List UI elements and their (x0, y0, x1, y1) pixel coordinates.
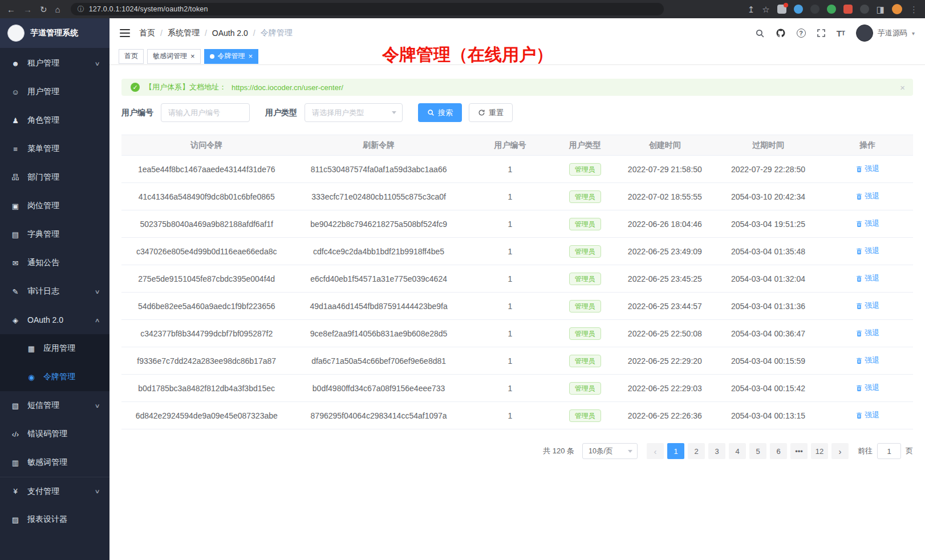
more-pages-button[interactable]: ••• (790, 443, 808, 459)
user-id-input[interactable] (161, 103, 250, 122)
access-token-cell: f9336e7c7dd242a283ee98dc86b17a87 (121, 347, 291, 375)
tab-sensitive[interactable]: 敏感词管理 × (147, 49, 201, 64)
sidebar-item-sensitive[interactable]: ▥ 敏感词管理 (0, 448, 109, 477)
bookmark-star-icon[interactable]: ☆ (762, 5, 769, 14)
split-view-icon[interactable]: ◨ (877, 5, 885, 14)
forward-icon[interactable]: → (23, 5, 32, 14)
page-button-1[interactable]: 1 (667, 443, 684, 459)
delete-icon (855, 193, 863, 200)
share-icon[interactable]: ↥ (748, 5, 755, 14)
reset-button[interactable]: 重置 (469, 103, 513, 122)
reload-icon[interactable]: ↻ (40, 5, 47, 14)
force-logout-button[interactable]: 强退 (855, 383, 879, 393)
force-logout-button[interactable]: 强退 (855, 301, 879, 311)
page-button-6[interactable]: 6 (770, 443, 787, 459)
force-logout-button[interactable]: 强退 (855, 273, 879, 283)
access-token-cell: 1ea5e44f8bc1467aaede43144f31de76 (121, 156, 291, 183)
sidebar-item-post[interactable]: ▣ 岗位管理 (0, 192, 109, 220)
search-icon[interactable] (755, 29, 765, 38)
sidebar-item-errorcode[interactable]: ‹/› 错误码管理 (0, 420, 109, 448)
page-button-4[interactable]: 4 (729, 443, 746, 459)
sidebar-item-dept[interactable]: 品 部门管理 (0, 163, 109, 192)
page-button-5[interactable]: 5 (749, 443, 766, 459)
sidebar-item-menu[interactable]: ≡ 菜单管理 (0, 135, 109, 163)
sidebar-item-pay[interactable]: ¥ 支付管理 ∨ (0, 477, 109, 505)
app-logo[interactable]: 芋道管理系统 (0, 18, 109, 48)
help-icon[interactable]: ? (797, 29, 806, 38)
column-header: 刷新令牌 (291, 135, 465, 156)
prev-page-button[interactable]: ‹ (647, 443, 664, 459)
sidebar-subitem-token[interactable]: ◉ 令牌管理 (0, 363, 109, 391)
close-icon[interactable]: × (249, 52, 253, 60)
expire-time-cell: 2054-03-04 01:35:48 (715, 238, 822, 265)
extension-icon[interactable] (810, 5, 819, 14)
extension-icon[interactable] (827, 5, 836, 14)
search-button[interactable]: 搜索 (418, 103, 462, 122)
page-size-select[interactable]: 10条/页 (582, 443, 638, 459)
column-header: 访问令牌 (121, 135, 291, 156)
doc-link[interactable]: https://doc.iocoder.cn/user-center/ (232, 83, 343, 92)
create-time-cell: 2022-06-25 22:26:36 (615, 402, 715, 429)
github-icon[interactable] (776, 28, 786, 38)
sidebar-item-role[interactable]: ♟ 角色管理 (0, 106, 109, 135)
sidebar-item-user[interactable]: ☺ 用户管理 (0, 78, 109, 106)
delete-icon (855, 275, 863, 282)
access-token-cell: b0d1785bc3a8482f812db4a3f3bd15ec (121, 375, 291, 402)
extension-puzzle-icon[interactable] (843, 5, 853, 14)
page-button-12[interactable]: 12 (811, 443, 828, 459)
sidebar-item-tenant[interactable]: ☻ 租户管理 ∨ (0, 49, 109, 78)
sidebar-item-oauth[interactable]: ◈ OAuth 2.0 ∧ (0, 306, 109, 334)
user-id-label: 用户编号 (121, 108, 153, 118)
refresh-token-cell: e6cfd40eb1f54571a31e775e039c4624 (291, 265, 465, 293)
breadcrumb-item[interactable]: 系统管理 (168, 28, 200, 38)
sidebar-item-audit[interactable]: ✎ 审计日志 ∨ (0, 277, 109, 306)
user-id-cell: 1 (466, 347, 554, 375)
page-button-2[interactable]: 2 (688, 443, 705, 459)
browser-profile-avatar[interactable] (892, 4, 902, 14)
close-icon[interactable]: × (900, 83, 905, 92)
site-info-icon[interactable]: ⓘ (78, 5, 84, 14)
back-icon[interactable]: ← (7, 5, 15, 14)
extension-icon[interactable] (794, 5, 803, 14)
tab-home[interactable]: 首页 (119, 49, 144, 64)
force-logout-button[interactable]: 强退 (855, 164, 879, 174)
sidebar-item-report[interactable]: ▨ 报表设计器 (0, 505, 109, 534)
create-time-cell: 2022-07-29 21:58:50 (615, 156, 715, 183)
delete-icon (855, 220, 863, 228)
user-menu[interactable]: 芋道源码 ▾ (856, 25, 915, 42)
font-size-icon[interactable]: TT (837, 29, 845, 38)
home-icon[interactable]: ⌂ (55, 5, 60, 14)
extension-grid-icon[interactable] (777, 5, 786, 14)
force-logout-button[interactable]: 强退 (855, 191, 879, 201)
fullscreen-icon[interactable] (817, 29, 826, 38)
sidebar-item-dict[interactable]: ▤ 字典管理 (0, 220, 109, 249)
sidebar-collapse-icon[interactable] (120, 29, 130, 38)
delete-icon (855, 357, 863, 364)
force-logout-button[interactable]: 强退 (855, 246, 879, 256)
sidebar-item-sms[interactable]: ▧ 短信管理 ∨ (0, 391, 109, 420)
goto-page-input[interactable] (877, 443, 901, 459)
error-code-icon: ‹/› (10, 430, 21, 439)
access-token-cell: 6d842e2924594de9a09e45e087323abe (121, 402, 291, 429)
search-form: 用户编号 用户类型 请选择用户类型 搜索 重置 (121, 103, 913, 122)
breadcrumb-item[interactable]: OAuth 2.0 (212, 29, 248, 38)
force-logout-button[interactable]: 强退 (855, 328, 879, 338)
user-type-select[interactable]: 请选择用户类型 (305, 103, 403, 122)
page-button-3[interactable]: 3 (708, 443, 725, 459)
overflow-menu-icon[interactable]: ⋮ (910, 5, 918, 14)
next-page-button[interactable]: › (831, 443, 849, 459)
tab-token[interactable]: 令牌管理 × (204, 49, 259, 64)
expire-time-cell: 2054-03-04 01:31:36 (715, 293, 822, 320)
force-logout-button[interactable]: 强退 (855, 410, 879, 420)
breadcrumb-item[interactable]: 首页 (139, 28, 155, 38)
force-logout-button[interactable]: 强退 (855, 355, 879, 366)
force-logout-button[interactable]: 强退 (855, 218, 879, 229)
sidebar-item-notice[interactable]: ✉ 通知公告 (0, 249, 109, 277)
close-icon[interactable]: × (190, 52, 195, 60)
oauth-icon: ◈ (10, 316, 21, 324)
sidebar-subitem-app[interactable]: ▦ 应用管理 (0, 334, 109, 363)
chevron-down-icon: ∨ (94, 289, 100, 295)
extension-icon[interactable] (860, 5, 869, 14)
expire-time-cell: 2054-03-04 00:15:59 (715, 347, 822, 375)
url-bar[interactable]: ⓘ 127.0.0.1:1024/system/oauth2/token (71, 3, 664, 15)
